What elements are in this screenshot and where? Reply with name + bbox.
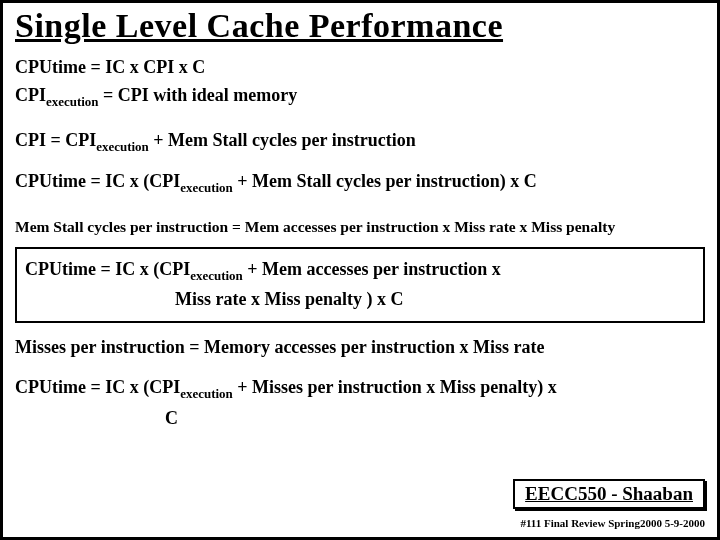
eq-misses-per-instr: Misses per instruction = Memory accesses… <box>15 335 705 359</box>
subscript: execution <box>46 94 99 109</box>
eq-cputime-basic: CPUtime = IC x CPI x C <box>15 55 705 79</box>
txt: CPI <box>15 85 46 105</box>
txt: CPUtime = IC x (CPI <box>15 171 180 191</box>
highlight-box: CPUtime = IC x (CPIexecution + Mem acces… <box>15 247 705 322</box>
eq-cputime-final-2: C <box>15 406 705 430</box>
eq-cpi-total: CPI = CPIexecution + Mem Stall cycles pe… <box>15 128 705 155</box>
eq-cputime-miss-2: Miss rate x Miss penalty ) x C <box>25 287 695 311</box>
subscript: execution <box>96 139 149 154</box>
txt: CPUtime = IC x (CPI <box>25 259 190 279</box>
slide-title: Single Level Cache Performance <box>15 7 705 45</box>
eq-cputime-miss-1: CPUtime = IC x (CPIexecution + Mem acces… <box>25 257 695 284</box>
spacer <box>15 201 705 213</box>
eq-cpi-execution-def: CPIexecution = CPI with ideal memory <box>15 83 705 110</box>
subscript: execution <box>180 180 233 195</box>
txt: + Mem accesses per instruction x <box>243 259 501 279</box>
spacer <box>15 114 705 124</box>
txt: CPI = CPI <box>15 130 96 150</box>
eq-mem-stall: Mem Stall cycles per instruction = Mem a… <box>15 217 705 238</box>
txt: = CPI with ideal memory <box>99 85 298 105</box>
txt: + Mem Stall cycles per instruction) x C <box>233 171 537 191</box>
subscript: execution <box>180 386 233 401</box>
spacer <box>15 159 705 165</box>
spacer <box>15 363 705 371</box>
eq-cputime-expanded: CPUtime = IC x (CPIexecution + Mem Stall… <box>15 169 705 196</box>
subscript: execution <box>190 268 243 283</box>
txt: + Mem Stall cycles per instruction <box>149 130 416 150</box>
slide: Single Level Cache Performance CPUtime =… <box>0 0 720 540</box>
slide-meta: #111 Final Review Spring2000 5-9-2000 <box>520 517 705 529</box>
txt: CPUtime = IC x (CPI <box>15 377 180 397</box>
eq-cputime-final-1: CPUtime = IC x (CPIexecution + Misses pe… <box>15 375 705 402</box>
course-footer-box: EECC550 - Shaaban <box>513 479 705 509</box>
txt: + Misses per instruction x Miss penalty)… <box>233 377 557 397</box>
